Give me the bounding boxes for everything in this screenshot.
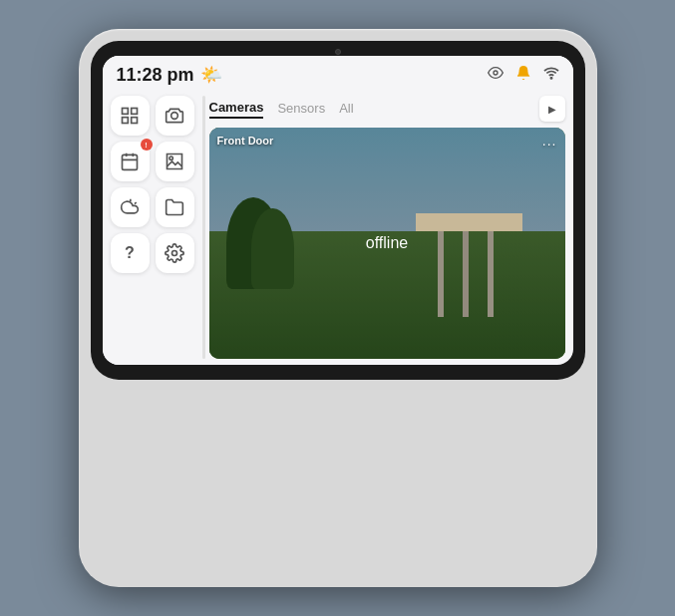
sidebar-row-3: [111, 187, 194, 227]
main-content: !: [103, 90, 573, 365]
screen-bezel: 11:28 pm 🌤️: [91, 41, 585, 380]
landscape-app-icon[interactable]: [156, 142, 194, 181]
wifi-icon[interactable]: [543, 65, 559, 85]
svg-rect-5: [132, 118, 138, 124]
svg-point-14: [172, 251, 177, 256]
svg-point-11: [169, 156, 172, 159]
lorex-device: 11:28 pm 🌤️: [79, 29, 597, 587]
svg-rect-7: [123, 154, 138, 169]
camera-app-icon[interactable]: [156, 96, 194, 136]
svg-rect-2: [123, 109, 129, 115]
camera-card[interactable]: offline Front Door ...: [209, 128, 565, 359]
weather-status-icon: 🌤️: [200, 64, 222, 86]
tabs-bar: Cameras Sensors All ▶: [209, 96, 565, 122]
clock: 11:28 pm: [117, 65, 194, 86]
svg-point-1: [550, 78, 551, 79]
svg-rect-3: [132, 109, 138, 115]
folder-app-icon[interactable]: [156, 187, 194, 227]
eye-icon[interactable]: [488, 65, 504, 85]
tab-all[interactable]: All: [339, 101, 353, 118]
svg-line-13: [135, 202, 137, 204]
offline-status: offline: [366, 234, 408, 252]
status-bar: 11:28 pm 🌤️: [103, 56, 573, 90]
tab-cameras[interactable]: Cameras: [209, 100, 264, 119]
help-label: ?: [125, 244, 135, 262]
time-area: 11:28 pm 🌤️: [117, 64, 222, 86]
screen: 11:28 pm 🌤️: [103, 56, 573, 365]
content-area: Cameras Sensors All ▶: [205, 90, 573, 365]
calendar-badge: !: [141, 139, 153, 151]
camera-name: Front Door: [217, 135, 274, 147]
tab-sensors[interactable]: Sensors: [277, 101, 325, 118]
svg-point-6: [171, 113, 178, 120]
bell-icon[interactable]: [515, 65, 531, 85]
front-camera: [335, 49, 341, 55]
svg-rect-4: [123, 118, 129, 124]
more-options-button[interactable]: ...: [542, 133, 557, 149]
sidebar-row-1: [111, 96, 194, 136]
camera-overlay: offline: [209, 128, 565, 359]
settings-app-icon[interactable]: [156, 233, 194, 273]
sidebar-row-4: ?: [111, 233, 194, 273]
help-app-icon[interactable]: ?: [111, 233, 150, 273]
status-icons: [488, 65, 559, 85]
svg-point-0: [494, 71, 498, 75]
grid-app-icon[interactable]: [111, 96, 150, 136]
play-button[interactable]: ▶: [539, 96, 565, 122]
sidebar-row-2: !: [111, 142, 194, 181]
camera-header: Front Door ...: [209, 128, 565, 154]
weather-app-icon[interactable]: [111, 187, 150, 227]
calendar-app-icon[interactable]: !: [111, 142, 150, 181]
sidebar: !: [103, 90, 202, 365]
